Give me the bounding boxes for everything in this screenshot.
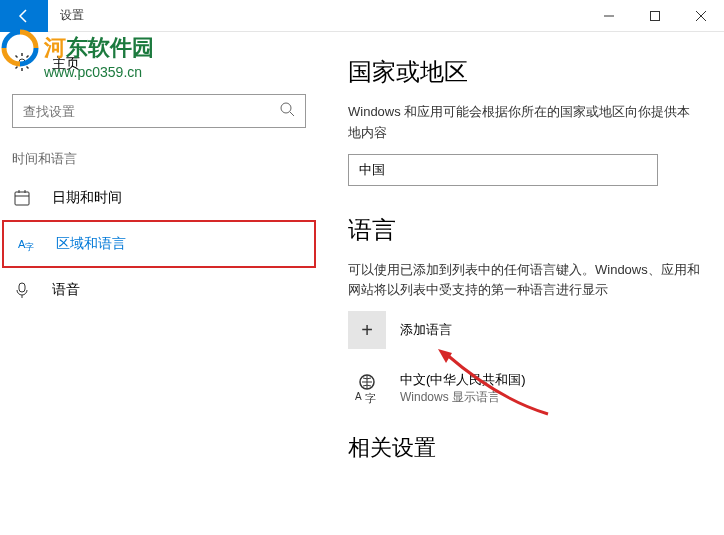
- minimize-button[interactable]: [586, 0, 632, 32]
- language-subtitle: Windows 显示语言: [400, 389, 526, 406]
- country-dropdown[interactable]: 中国: [348, 154, 658, 186]
- region-desc: Windows 和应用可能会根据你所在的国家或地区向你提供本地内容: [348, 102, 700, 144]
- back-button[interactable]: [0, 0, 48, 32]
- add-language-button[interactable]: + 添加语言: [348, 311, 700, 349]
- svg-text:字: 字: [365, 392, 376, 404]
- svg-text:A: A: [355, 391, 362, 402]
- window-title: 设置: [60, 7, 84, 24]
- home-nav[interactable]: 主页: [0, 42, 318, 86]
- home-label: 主页: [52, 55, 80, 73]
- svg-text:字: 字: [25, 242, 34, 252]
- nav-item-region-language[interactable]: A字 区域和语言: [4, 222, 314, 266]
- category-label: 时间和语言: [0, 136, 318, 176]
- language-desc: 可以使用已添加到列表中的任何语言键入。Windows、应用和网站将以列表中受支持…: [348, 260, 700, 302]
- nav-item-speech[interactable]: 语音: [0, 268, 318, 312]
- language-item[interactable]: A 字 中文(中华人民共和国) Windows 显示语言: [348, 369, 700, 407]
- svg-point-4: [19, 59, 25, 65]
- calendar-icon: [12, 188, 32, 208]
- nav-label: 语音: [52, 281, 80, 299]
- gear-icon: [12, 52, 32, 76]
- language-item-icon: A 字: [348, 369, 386, 407]
- titlebar: 设置: [0, 0, 724, 32]
- nav-label: 区域和语言: [56, 235, 126, 253]
- add-language-label: 添加语言: [400, 321, 452, 339]
- language-icon: A字: [16, 234, 36, 254]
- related-title: 相关设置: [348, 433, 700, 463]
- country-selected: 中国: [359, 161, 385, 179]
- language-name: 中文(中华人民共和国): [400, 371, 526, 389]
- plus-icon: +: [348, 311, 386, 349]
- sidebar: 主页 时间和语言 日期和时间 A字 区域和语言: [0, 32, 318, 535]
- nav-label: 日期和时间: [52, 189, 122, 207]
- maximize-button[interactable]: [632, 0, 678, 32]
- svg-point-5: [281, 103, 291, 113]
- svg-rect-13: [19, 283, 25, 292]
- nav-item-datetime[interactable]: 日期和时间: [0, 176, 318, 220]
- close-button[interactable]: [678, 0, 724, 32]
- annotation-highlight: A字 区域和语言: [2, 220, 316, 268]
- language-title: 语言: [348, 214, 700, 246]
- search-icon: [279, 101, 295, 121]
- svg-rect-1: [651, 11, 660, 20]
- svg-marker-14: [438, 349, 452, 363]
- region-title: 国家或地区: [348, 56, 700, 88]
- svg-line-6: [290, 112, 294, 116]
- microphone-icon: [12, 280, 32, 300]
- main-panel: 国家或地区 Windows 和应用可能会根据你所在的国家或地区向你提供本地内容 …: [318, 32, 724, 535]
- svg-rect-7: [15, 192, 29, 205]
- search-input[interactable]: [23, 104, 279, 119]
- search-box[interactable]: [12, 94, 306, 128]
